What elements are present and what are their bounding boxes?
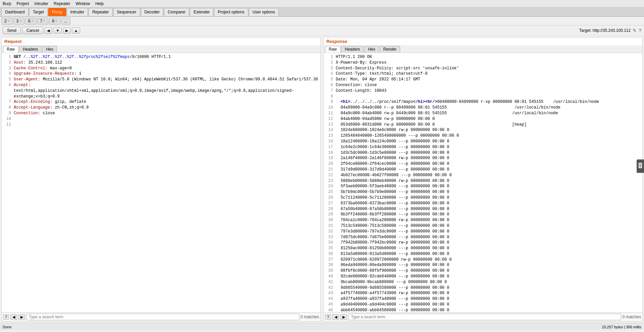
resp-line-9: 9 <hi>../../../../proc/self/maps</hi><hr… <box>325 99 641 105</box>
tab-project-options[interactable]: Project options <box>214 8 248 16</box>
resp-line-8: 8 <box>325 94 641 99</box>
request-line-10: 9Connection: close <box>3 111 319 116</box>
resp-line-7: 7Content-Length: 10043 <box>325 88 641 94</box>
num-tab-6[interactable]: 6 × <box>25 18 37 24</box>
resp-line-25: 25 5b7b9dc0000-5b7b9e00000 ---p 00000000… <box>325 189 641 195</box>
resp-line-28: 28 67a50b40000-67a50b80000 ---p 00000000… <box>325 206 641 212</box>
resp-line-41: 41 9bcab80000-9bcab880000 ---p 00000000 … <box>325 279 641 285</box>
resp-line-36: 36 813a5d80000-813a5d80000 ---p 00000000… <box>325 251 641 257</box>
resp-line-37: 37 820971c0000-820972000000 rw-p 0000000… <box>325 257 641 263</box>
response-search-next[interactable]: ▶ <box>340 314 347 320</box>
request-search-help[interactable]: ? <box>3 314 9 320</box>
target-info: Target: http://35.243.100.112 ✎ ? <box>579 28 641 33</box>
close-tab-8[interactable]: × <box>55 19 57 23</box>
more-tabs[interactable]: ... <box>61 18 70 24</box>
response-tab-render[interactable]: Render <box>380 46 400 53</box>
request-search-next[interactable]: ▶ <box>18 314 25 320</box>
status-bar: Done 10,257 bytes | 306 millis <box>0 323 644 330</box>
send-button[interactable]: Send <box>3 27 21 34</box>
request-line-2: 2Host: 35.243.100.112 <box>3 60 319 66</box>
resp-line-30: 30 704ca1c0000-704ca200000 rw-p 00000000… <box>325 217 641 223</box>
edit-target-button[interactable]: ✎ <box>633 28 637 33</box>
resp-line-29: 29 6b3ff240000-6b3ff280000 ---p 00000000… <box>325 212 641 217</box>
resp-line-14: 14 1024e680000-1024e6c0000 rw-p 00000000… <box>325 127 641 133</box>
response-tab-raw[interactable]: Raw <box>325 46 340 53</box>
nav-next-button[interactable]: ▶ <box>63 27 70 34</box>
request-tab-headers[interactable]: Headers <box>19 46 42 53</box>
resp-line-39: 39 88fbf8c0000-88fbf900000 ---p 00000000… <box>325 268 641 274</box>
resp-line-15: 15 1265484840000-1265498000000 ---p 0000… <box>325 133 641 139</box>
response-search-help[interactable]: ? <box>325 314 331 320</box>
close-tab-2[interactable]: × <box>8 19 10 23</box>
tab-proxy[interactable]: Proxy <box>48 8 66 16</box>
resp-line-10: 10 04a99000-04a9c000 r--p 00499000 08:01… <box>325 105 641 111</box>
close-tab-6[interactable]: × <box>32 19 34 23</box>
num-tab-bar: 2 × 3 × 6 × 7 × 8 × ... <box>0 17 644 25</box>
num-tab-3[interactable]: 3 × <box>13 18 25 24</box>
close-tab-7[interactable]: × <box>43 19 45 23</box>
resp-line-22: 22 4b027ec00000-4b027f00000 ---p 0000000… <box>325 173 641 178</box>
resp-line-4: 4Content-Type: text/html; charset=utf-8 <box>325 71 641 77</box>
response-panel: Response Raw Headers Hex Render 1HTTP/1.… <box>323 37 643 322</box>
response-search-prev[interactable]: ◀ <box>332 314 339 320</box>
resp-line-46: 46 abb64540000-abb64580000 ---p 00000000… <box>325 308 641 312</box>
request-panel: Request Raw Headers Hex 1GET /..%2f..%2f… <box>1 37 321 322</box>
menu-help[interactable]: Help <box>94 1 105 6</box>
menu-window[interactable]: Window <box>74 1 91 6</box>
tab-bar: Dashboard Target Proxy Intruder Repeater… <box>0 7 644 17</box>
resp-line-6: 6Connection: close <box>325 82 641 88</box>
tab-user-options[interactable]: User options <box>249 8 279 16</box>
tab-dashboard[interactable]: Dashboard <box>1 8 29 16</box>
response-body: 1HTTP/1.1 200 OK 2X-Powered-By: Express … <box>324 53 642 312</box>
resp-line-3: 3Content-Security-Policy: script-src 'un… <box>325 66 641 71</box>
tab-intruder[interactable]: Intruder <box>67 8 88 16</box>
num-tab-8[interactable]: 8 × <box>49 18 60 24</box>
tab-target[interactable]: Target <box>29 8 48 16</box>
response-title: Response <box>324 38 642 45</box>
request-tab-hex[interactable]: Hex <box>42 46 57 53</box>
menu-repeater[interactable]: Repeater <box>52 1 71 6</box>
nav-down-button[interactable]: ▼ <box>53 27 62 34</box>
menu-burp[interactable]: Burp <box>1 1 12 6</box>
menu-intruder[interactable]: Intruder <box>33 1 50 6</box>
tab-sequencer[interactable]: Sequencer <box>113 8 140 16</box>
resp-line-2: 2X-Powered-By: Express <box>325 60 641 66</box>
request-tab-raw[interactable]: Raw <box>3 46 18 53</box>
request-line-9: 8Accept-Language: zh-CN,zh;q=0.9 <box>3 105 319 111</box>
tab-repeater[interactable]: Repeater <box>89 8 112 16</box>
tab-extender[interactable]: Extender <box>190 8 213 16</box>
cancel-button[interactable]: Cancel <box>22 27 43 34</box>
side-panel-icon[interactable] <box>637 159 644 173</box>
main-content: Request Raw Headers Hex 1GET /..%2f..%2f… <box>0 36 644 323</box>
toolbar: Send Cancel ◀ ▼ ▶ ▲ Target: http://35.24… <box>0 25 644 36</box>
request-line-12: 11 <box>3 122 319 128</box>
resp-line-40: 40 92cde600000-92cde640000 ---p 00000000… <box>325 274 641 279</box>
response-tab-hex[interactable]: Hex <box>364 46 379 53</box>
resp-line-16: 16 18a12480000-18a124c0000 ---p 00000000… <box>325 139 641 144</box>
svg-rect-2 <box>639 165 641 166</box>
response-matches: 0 matches <box>623 315 641 319</box>
request-body: 1GET /..%2f..%2f..%2f..%2f..%2fproc%2fse… <box>2 53 320 312</box>
tab-comparer[interactable]: Comparer <box>164 8 189 16</box>
request-line-3: 3Cache-Control: max-age=0 <box>3 66 319 71</box>
num-tab-7[interactable]: 7 × <box>37 18 49 24</box>
help-button[interactable]: ? <box>639 28 641 33</box>
request-search-prev[interactable]: ◀ <box>10 314 17 320</box>
menu-project[interactable]: Project <box>15 1 30 6</box>
request-search-input[interactable] <box>26 314 299 320</box>
svg-rect-3 <box>639 167 641 167</box>
resp-line-27: 27 6373ba60000-6373bac0000 ---p 00000000… <box>325 201 641 206</box>
request-line-11: 10 <box>3 116 319 122</box>
menu-bar: Burp Project Intruder Repeater Window He… <box>0 0 644 7</box>
response-tab-headers[interactable]: Headers <box>341 46 364 53</box>
resp-line-21: 21 317d9d00000-317d9d40000 ---p 00000000… <box>325 167 641 173</box>
nav-up-button[interactable]: ▲ <box>72 27 80 34</box>
status-info: 10,257 bytes | 306 millis <box>602 325 641 329</box>
resp-line-38: 38 86eda940000-86eda980000 ---p 00000000… <box>325 262 641 268</box>
tab-decoder[interactable]: Decoder <box>141 8 163 16</box>
response-search-input[interactable] <box>348 314 621 320</box>
num-tab-2[interactable]: 2 × <box>1 18 13 24</box>
request-title: Request <box>2 38 320 45</box>
close-tab-3[interactable]: × <box>19 19 21 23</box>
nav-prev-button[interactable]: ◀ <box>45 27 52 34</box>
